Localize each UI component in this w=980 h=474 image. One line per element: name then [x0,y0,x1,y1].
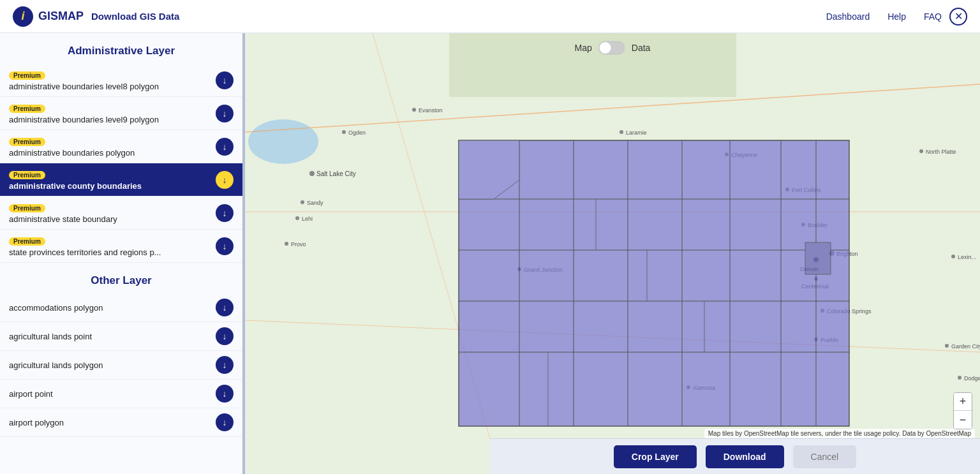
crop-layer-button[interactable]: Crop Layer [614,445,697,468]
download-icon[interactable]: ↓ [216,204,234,222]
svg-point-7 [309,171,315,176]
download-icon[interactable]: ↓ [216,413,234,431]
layer-name: state provinces territories and regions … [9,248,211,257]
svg-point-45 [945,344,949,348]
svg-point-41 [919,149,923,153]
svg-text:Dodge City: Dodge City [964,375,980,381]
header: i GISMAP Download GIS Data Dashboard Hel… [0,0,980,33]
map-attribution: Map tiles by OpenStreetMap tile servers,… [704,429,975,438]
svg-point-47 [958,376,961,380]
logo-icon: i [13,6,33,27]
svg-point-19 [620,130,623,134]
admin-layer-item[interactable]: Premiumadministrative boundaries polygon… [0,130,242,163]
header-title: Download GIS Data [91,11,179,22]
svg-text:Ogden: Ogden [348,130,366,136]
svg-rect-49 [459,140,849,426]
premium-badge: Premium [9,138,45,146]
other-layer-item[interactable]: accommodations polygon↓ [0,293,242,322]
layer-item-content: accommodations polygon [9,303,211,313]
nav-dashboard[interactable]: Dashboard [826,11,870,22]
layer-name: accommodations polygon [9,303,211,313]
svg-text:Provo: Provo [291,241,306,248]
download-icon[interactable]: ↓ [216,356,234,374]
map-svg: Salt Lake City Sandy Lehi Provo Ogden Ev… [245,33,980,474]
layer-name: administrative boundaries level9 polygon [9,115,211,124]
svg-point-9 [301,200,304,204]
admin-layer-item[interactable]: Premiumadministrative state boundary↓ [0,196,242,230]
toggle-switch[interactable] [598,41,625,55]
svg-point-17 [412,108,416,112]
download-icon[interactable]: ↓ [216,171,234,189]
svg-point-11 [295,216,299,220]
svg-text:Lehi: Lehi [302,216,313,222]
layer-item-content: Premiumadministrative state boundary [9,202,211,224]
layer-name: agricultural lands polygon [9,360,211,370]
main-layout: Administrative Layer Premiumadministrati… [0,33,980,474]
layer-name: administrative boundaries level8 polygon [9,82,211,91]
svg-point-13 [285,242,288,246]
admin-layer-item[interactable]: Premiumadministrative county boundaries↓ [0,163,242,196]
premium-badge: Premium [9,105,45,113]
svg-point-1 [248,119,318,164]
header-nav: Dashboard Help FAQ [826,11,942,22]
cancel-button[interactable]: Cancel [793,445,857,468]
premium-badge: Premium [9,204,45,212]
download-icon[interactable]: ↓ [216,385,234,403]
layer-item-content: agricultural lands polygon [9,360,211,370]
layer-name: airport point [9,389,211,399]
other-section-title: Other Layer [0,263,242,293]
svg-text:Lexin...: Lexin... [958,254,976,260]
data-label: Data [632,43,651,53]
zoom-out-button[interactable]: − [954,411,972,429]
download-icon[interactable]: ↓ [216,71,234,89]
other-layer-item[interactable]: agricultural lands point↓ [0,322,242,351]
svg-text:Laramie: Laramie [626,130,647,136]
admin-layers-list: Premiumadministrative boundaries level8 … [0,64,242,263]
other-layer-item[interactable]: airport point↓ [0,380,242,408]
other-layer-item[interactable]: airport polygon↓ [0,408,242,437]
other-layer-item[interactable]: agricultural lands polygon↓ [0,351,242,380]
layer-item-content: airport polygon [9,418,211,427]
other-layers-list: accommodations polygon↓agricultural land… [0,293,242,437]
map-data-toggle: Map Data [575,41,651,55]
svg-point-15 [342,130,346,134]
layer-item-content: airport point [9,389,211,399]
admin-layer-item[interactable]: Premiumadministrative boundaries level8 … [0,64,242,97]
admin-layer-item[interactable]: Premiumadministrative boundaries level9 … [0,97,242,130]
svg-text:Evanston: Evanston [419,107,443,114]
nav-help[interactable]: Help [887,11,906,22]
zoom-in-button[interactable]: + [954,393,972,411]
layer-item-content: Premiumstate provinces territories and r… [9,235,211,257]
svg-point-43 [951,255,955,258]
premium-badge: Premium [9,237,45,246]
map-label: Map [575,43,592,53]
download-icon[interactable]: ↓ [216,105,234,122]
layer-name: airport polygon [9,418,211,427]
svg-text:Garden City: Garden City [951,343,980,350]
svg-rect-65 [805,242,831,274]
layer-item-content: Premiumadministrative boundaries polygon [9,135,211,158]
colorado-region [459,140,849,426]
download-icon[interactable]: ↓ [216,237,234,255]
admin-layer-item[interactable]: Premiumstate provinces territories and r… [0,230,242,263]
download-icon[interactable]: ↓ [216,138,234,156]
nav-faq[interactable]: FAQ [924,11,942,22]
layer-item-content: Premiumadministrative county boundaries [9,168,211,191]
layer-name: administrative county boundaries [9,181,211,191]
svg-text:Sandy: Sandy [307,200,323,206]
download-icon[interactable]: ↓ [216,327,234,345]
download-icon[interactable]: ↓ [216,299,234,316]
logo-text: GISMAP [38,10,84,23]
download-button[interactable]: Download [706,445,784,468]
premium-badge: Premium [9,71,45,80]
premium-badge: Premium [9,171,45,179]
layer-name: agricultural lands point [9,332,211,341]
admin-section-title: Administrative Layer [0,33,242,64]
logo: i GISMAP [13,6,84,27]
layer-item-content: Premiumadministrative boundaries level9 … [9,102,211,124]
svg-text:Salt Lake City: Salt Lake City [316,170,356,177]
close-button[interactable]: ✕ [949,8,967,26]
sidebar: Administrative Layer Premiumadministrati… [0,33,245,474]
bottom-bar: Crop Layer Download Cancel [490,438,980,474]
layer-item-content: Premiumadministrative boundaries level8 … [9,69,211,91]
